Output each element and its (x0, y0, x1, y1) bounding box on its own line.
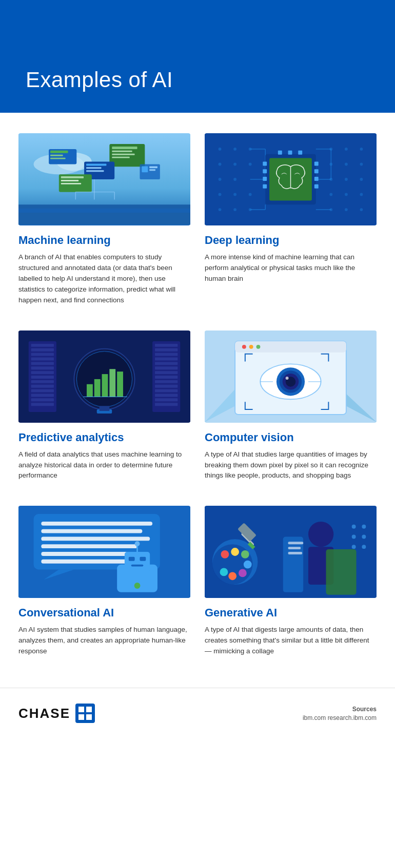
svg-rect-99 (31, 394, 54, 397)
svg-point-140 (286, 377, 289, 380)
main-content: Machine learning A branch of AI that ena… (0, 113, 395, 677)
card-desc-computer-vision: A type of AI that studies large quantiti… (205, 449, 377, 482)
page-header: Examples of AI (0, 0, 395, 113)
svg-point-31 (219, 148, 222, 151)
chase-icon (75, 704, 95, 723)
svg-point-134 (256, 345, 261, 349)
svg-rect-123 (117, 371, 123, 397)
sources-label: Sources (303, 706, 377, 713)
svg-point-180 (362, 535, 366, 539)
svg-rect-104 (155, 348, 177, 351)
svg-rect-1 (18, 204, 190, 224)
svg-rect-126 (100, 406, 110, 411)
svg-rect-108 (155, 366, 177, 369)
svg-rect-17 (86, 170, 104, 172)
card-title-generative: Generative AI (205, 606, 377, 619)
svg-point-50 (360, 162, 363, 166)
card-image-generative (205, 506, 377, 598)
svg-rect-113 (155, 389, 177, 392)
svg-point-53 (360, 178, 363, 181)
card-title-machine-learning: Machine learning (18, 234, 190, 247)
svg-rect-101 (31, 403, 54, 406)
svg-rect-107 (155, 362, 177, 365)
cards-grid: Machine learning A branch of AI that ena… (18, 133, 377, 657)
svg-point-39 (219, 193, 222, 196)
svg-rect-16 (86, 167, 102, 169)
svg-point-164 (231, 548, 239, 556)
page-title: Examples of AI (26, 68, 173, 92)
svg-point-52 (345, 178, 348, 181)
svg-rect-70 (263, 162, 267, 166)
svg-point-166 (244, 561, 252, 569)
svg-point-35 (233, 162, 236, 166)
svg-rect-156 (131, 565, 144, 567)
svg-rect-74 (314, 162, 319, 166)
svg-rect-91 (31, 357, 54, 360)
svg-rect-10 (112, 147, 137, 149)
svg-rect-29 (149, 169, 155, 171)
card-image-machine-learning (18, 133, 190, 225)
svg-point-169 (220, 568, 228, 576)
svg-rect-19 (61, 176, 84, 178)
svg-rect-8 (50, 158, 66, 159)
svg-rect-28 (149, 166, 157, 168)
card-desc-predictive: A field of data analytics that uses mach… (18, 449, 190, 482)
svg-rect-105 (155, 353, 177, 356)
svg-rect-176 (283, 537, 303, 592)
svg-point-165 (241, 550, 249, 559)
svg-rect-190 (86, 714, 92, 720)
svg-rect-120 (94, 379, 101, 397)
svg-point-163 (221, 550, 229, 559)
svg-rect-188 (86, 707, 92, 712)
svg-point-159 (135, 542, 140, 547)
card-predictive-analytics: Predictive analytics A field of data ana… (18, 330, 190, 482)
svg-rect-82 (288, 151, 292, 155)
svg-rect-146 (41, 522, 152, 526)
svg-rect-27 (142, 166, 148, 172)
svg-rect-12 (112, 154, 134, 155)
svg-rect-90 (31, 353, 54, 356)
svg-rect-7 (50, 155, 63, 156)
svg-point-56 (360, 193, 363, 196)
svg-rect-153 (125, 552, 150, 572)
svg-rect-119 (87, 384, 93, 397)
svg-point-43 (233, 208, 236, 211)
svg-point-133 (249, 345, 253, 349)
svg-rect-81 (278, 151, 282, 155)
svg-rect-89 (31, 348, 54, 351)
svg-point-173 (308, 522, 333, 547)
svg-rect-114 (155, 394, 177, 397)
svg-point-55 (345, 193, 348, 196)
svg-rect-21 (61, 183, 81, 184)
card-computer-vision: Computer vision A type of AI that studie… (205, 330, 377, 482)
svg-rect-186 (75, 704, 95, 723)
svg-point-179 (352, 535, 356, 539)
svg-rect-184 (288, 547, 301, 550)
svg-point-168 (228, 572, 236, 581)
svg-rect-2 (18, 209, 190, 213)
svg-rect-189 (78, 714, 84, 720)
svg-rect-73 (263, 184, 267, 189)
svg-rect-88 (31, 344, 54, 347)
card-title-conversational: Conversational AI (18, 606, 190, 619)
svg-rect-148 (41, 537, 150, 541)
card-image-computer-vision (205, 330, 377, 423)
svg-point-40 (233, 193, 236, 196)
svg-point-49 (345, 162, 348, 166)
svg-rect-149 (41, 545, 137, 549)
svg-rect-115 (155, 398, 177, 401)
svg-point-34 (219, 162, 222, 166)
svg-rect-92 (31, 362, 54, 365)
card-image-conversational (18, 506, 190, 598)
svg-rect-13 (112, 157, 129, 158)
svg-rect-98 (31, 389, 54, 392)
svg-point-58 (345, 208, 348, 211)
svg-rect-77 (314, 184, 319, 189)
svg-rect-109 (155, 371, 177, 374)
svg-rect-154 (129, 557, 135, 561)
card-desc-generative: A type of AI that digests large amounts … (205, 625, 377, 657)
card-desc-conversational: An AI system that studies samples of hum… (18, 625, 190, 657)
svg-rect-83 (298, 151, 302, 155)
svg-point-59 (360, 208, 363, 211)
svg-rect-122 (109, 369, 115, 397)
